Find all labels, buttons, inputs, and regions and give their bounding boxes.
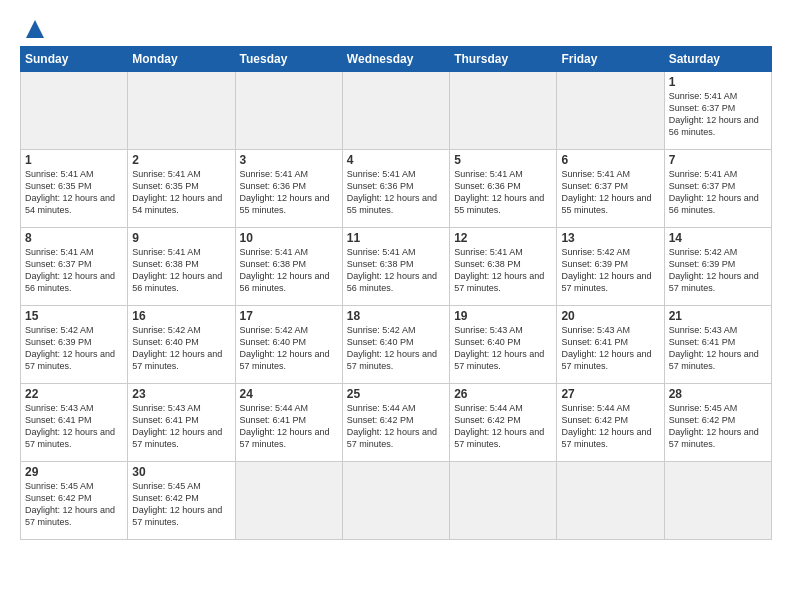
calendar-cell: 24Sunrise: 5:44 AMSunset: 6:41 PMDayligh…	[235, 384, 342, 462]
day-info: Sunrise: 5:41 AMSunset: 6:38 PMDaylight:…	[240, 247, 330, 293]
day-header-saturday: Saturday	[664, 47, 771, 72]
day-number: 16	[132, 309, 230, 323]
day-number: 21	[669, 309, 767, 323]
day-info: Sunrise: 5:42 AMSunset: 6:39 PMDaylight:…	[669, 247, 759, 293]
day-number: 3	[240, 153, 338, 167]
day-info: Sunrise: 5:43 AMSunset: 6:41 PMDaylight:…	[669, 325, 759, 371]
day-info: Sunrise: 5:41 AMSunset: 6:38 PMDaylight:…	[347, 247, 437, 293]
day-number: 25	[347, 387, 445, 401]
calendar-cell: 19Sunrise: 5:43 AMSunset: 6:40 PMDayligh…	[450, 306, 557, 384]
calendar-cell	[128, 72, 235, 150]
calendar-cell: 18Sunrise: 5:42 AMSunset: 6:40 PMDayligh…	[342, 306, 449, 384]
day-info: Sunrise: 5:41 AMSunset: 6:36 PMDaylight:…	[240, 169, 330, 215]
day-header-wednesday: Wednesday	[342, 47, 449, 72]
calendar-cell	[450, 72, 557, 150]
day-number: 13	[561, 231, 659, 245]
calendar-cell: 14Sunrise: 5:42 AMSunset: 6:39 PMDayligh…	[664, 228, 771, 306]
calendar-cell	[21, 72, 128, 150]
calendar-cell: 1Sunrise: 5:41 AMSunset: 6:35 PMDaylight…	[21, 150, 128, 228]
calendar-cell: 12Sunrise: 5:41 AMSunset: 6:38 PMDayligh…	[450, 228, 557, 306]
day-number: 29	[25, 465, 123, 479]
day-info: Sunrise: 5:42 AMSunset: 6:40 PMDaylight:…	[132, 325, 222, 371]
calendar-cell: 22Sunrise: 5:43 AMSunset: 6:41 PMDayligh…	[21, 384, 128, 462]
week-row-5: 29Sunrise: 5:45 AMSunset: 6:42 PMDayligh…	[21, 462, 772, 540]
day-number: 24	[240, 387, 338, 401]
calendar-cell: 28Sunrise: 5:45 AMSunset: 6:42 PMDayligh…	[664, 384, 771, 462]
day-info: Sunrise: 5:41 AMSunset: 6:36 PMDaylight:…	[454, 169, 544, 215]
day-header-thursday: Thursday	[450, 47, 557, 72]
day-info: Sunrise: 5:41 AMSunset: 6:36 PMDaylight:…	[347, 169, 437, 215]
calendar-cell: 23Sunrise: 5:43 AMSunset: 6:41 PMDayligh…	[128, 384, 235, 462]
day-number: 20	[561, 309, 659, 323]
logo	[20, 18, 46, 36]
day-number: 18	[347, 309, 445, 323]
calendar-cell	[664, 462, 771, 540]
day-number: 10	[240, 231, 338, 245]
day-info: Sunrise: 5:44 AMSunset: 6:42 PMDaylight:…	[347, 403, 437, 449]
day-number: 6	[561, 153, 659, 167]
day-info: Sunrise: 5:41 AMSunset: 6:37 PMDaylight:…	[669, 169, 759, 215]
day-info: Sunrise: 5:45 AMSunset: 6:42 PMDaylight:…	[669, 403, 759, 449]
day-info: Sunrise: 5:43 AMSunset: 6:41 PMDaylight:…	[561, 325, 651, 371]
day-number: 30	[132, 465, 230, 479]
calendar-cell	[557, 72, 664, 150]
week-row-3: 15Sunrise: 5:42 AMSunset: 6:39 PMDayligh…	[21, 306, 772, 384]
day-number: 7	[669, 153, 767, 167]
calendar-cell: 1Sunrise: 5:41 AMSunset: 6:37 PMDaylight…	[664, 72, 771, 150]
day-number: 9	[132, 231, 230, 245]
day-info: Sunrise: 5:41 AMSunset: 6:38 PMDaylight:…	[132, 247, 222, 293]
day-number: 2	[132, 153, 230, 167]
calendar-cell: 6Sunrise: 5:41 AMSunset: 6:37 PMDaylight…	[557, 150, 664, 228]
week-row-4: 22Sunrise: 5:43 AMSunset: 6:41 PMDayligh…	[21, 384, 772, 462]
day-header-sunday: Sunday	[21, 47, 128, 72]
day-info: Sunrise: 5:42 AMSunset: 6:39 PMDaylight:…	[561, 247, 651, 293]
day-number: 17	[240, 309, 338, 323]
calendar-cell	[342, 462, 449, 540]
calendar-cell	[342, 72, 449, 150]
day-number: 15	[25, 309, 123, 323]
calendar-cell: 27Sunrise: 5:44 AMSunset: 6:42 PMDayligh…	[557, 384, 664, 462]
day-number: 4	[347, 153, 445, 167]
calendar-cell: 8Sunrise: 5:41 AMSunset: 6:37 PMDaylight…	[21, 228, 128, 306]
calendar-cell: 2Sunrise: 5:41 AMSunset: 6:35 PMDaylight…	[128, 150, 235, 228]
day-number: 1	[25, 153, 123, 167]
calendar-cell: 26Sunrise: 5:44 AMSunset: 6:42 PMDayligh…	[450, 384, 557, 462]
day-number: 11	[347, 231, 445, 245]
day-info: Sunrise: 5:42 AMSunset: 6:40 PMDaylight:…	[347, 325, 437, 371]
calendar-cell: 5Sunrise: 5:41 AMSunset: 6:36 PMDaylight…	[450, 150, 557, 228]
week-row-0: 1Sunrise: 5:41 AMSunset: 6:37 PMDaylight…	[21, 72, 772, 150]
calendar-cell: 16Sunrise: 5:42 AMSunset: 6:40 PMDayligh…	[128, 306, 235, 384]
day-header-monday: Monday	[128, 47, 235, 72]
day-number: 19	[454, 309, 552, 323]
day-number: 14	[669, 231, 767, 245]
week-row-1: 1Sunrise: 5:41 AMSunset: 6:35 PMDaylight…	[21, 150, 772, 228]
day-header-tuesday: Tuesday	[235, 47, 342, 72]
day-info: Sunrise: 5:44 AMSunset: 6:42 PMDaylight:…	[454, 403, 544, 449]
calendar-cell	[235, 72, 342, 150]
day-info: Sunrise: 5:42 AMSunset: 6:39 PMDaylight:…	[25, 325, 115, 371]
calendar-cell: 30Sunrise: 5:45 AMSunset: 6:42 PMDayligh…	[128, 462, 235, 540]
calendar-cell: 21Sunrise: 5:43 AMSunset: 6:41 PMDayligh…	[664, 306, 771, 384]
day-info: Sunrise: 5:44 AMSunset: 6:41 PMDaylight:…	[240, 403, 330, 449]
calendar-cell: 7Sunrise: 5:41 AMSunset: 6:37 PMDaylight…	[664, 150, 771, 228]
day-info: Sunrise: 5:43 AMSunset: 6:40 PMDaylight:…	[454, 325, 544, 371]
calendar-cell: 10Sunrise: 5:41 AMSunset: 6:38 PMDayligh…	[235, 228, 342, 306]
header	[20, 18, 772, 36]
day-info: Sunrise: 5:42 AMSunset: 6:40 PMDaylight:…	[240, 325, 330, 371]
calendar-cell	[557, 462, 664, 540]
day-info: Sunrise: 5:41 AMSunset: 6:38 PMDaylight:…	[454, 247, 544, 293]
day-info: Sunrise: 5:41 AMSunset: 6:37 PMDaylight:…	[561, 169, 651, 215]
day-number: 26	[454, 387, 552, 401]
day-number: 23	[132, 387, 230, 401]
day-info: Sunrise: 5:45 AMSunset: 6:42 PMDaylight:…	[132, 481, 222, 527]
page: SundayMondayTuesdayWednesdayThursdayFrid…	[0, 0, 792, 612]
day-info: Sunrise: 5:41 AMSunset: 6:37 PMDaylight:…	[669, 91, 759, 137]
day-number: 22	[25, 387, 123, 401]
calendar-cell: 3Sunrise: 5:41 AMSunset: 6:36 PMDaylight…	[235, 150, 342, 228]
day-info: Sunrise: 5:43 AMSunset: 6:41 PMDaylight:…	[25, 403, 115, 449]
week-row-2: 8Sunrise: 5:41 AMSunset: 6:37 PMDaylight…	[21, 228, 772, 306]
calendar-cell: 11Sunrise: 5:41 AMSunset: 6:38 PMDayligh…	[342, 228, 449, 306]
day-info: Sunrise: 5:41 AMSunset: 6:37 PMDaylight:…	[25, 247, 115, 293]
day-number: 8	[25, 231, 123, 245]
calendar-cell: 13Sunrise: 5:42 AMSunset: 6:39 PMDayligh…	[557, 228, 664, 306]
